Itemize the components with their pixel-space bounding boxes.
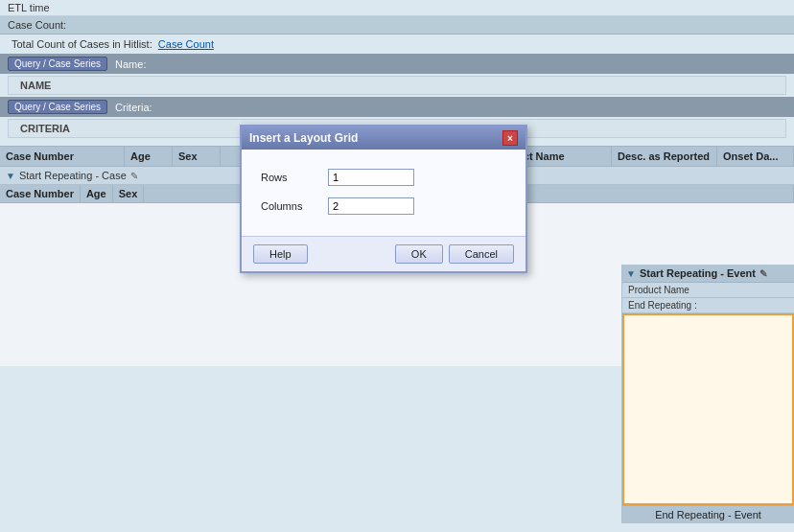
dialog-body: Rows Columns [242,150,525,236]
ok-button[interactable]: OK [395,244,443,264]
cancel-button[interactable]: Cancel [449,244,514,264]
help-button[interactable]: Help [253,244,308,264]
columns-field: Columns [261,197,506,215]
rows-label: Rows [261,172,328,183]
dialog-title: Insert a Layout Grid [249,131,358,145]
dialog-close-button[interactable]: × [502,130,518,146]
dialog-titlebar: Insert a Layout Grid × [242,127,525,150]
rows-input[interactable] [328,169,414,186]
main-content: ETL time Case Count: Total Count of Case… [0,0,794,532]
insert-layout-grid-dialog: Insert a Layout Grid × Rows Columns Help… [240,125,527,273]
rows-field: Rows [261,169,506,186]
columns-input[interactable] [328,197,414,215]
columns-label: Columns [261,200,328,212]
dialog-overlay: Insert a Layout Grid × Rows Columns Help… [0,0,794,532]
dialog-footer: Help OK Cancel [242,236,525,271]
